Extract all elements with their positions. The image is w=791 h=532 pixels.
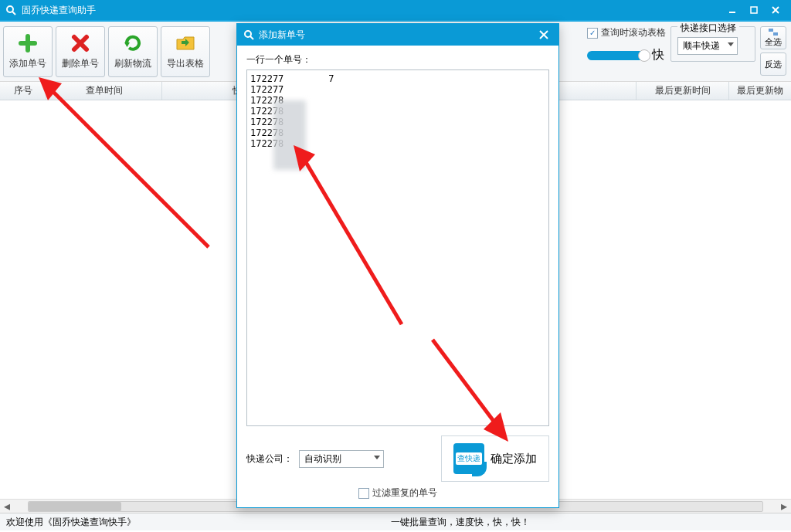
refresh-button[interactable]: 刷新物流 bbox=[108, 26, 158, 77]
svg-marker-10 bbox=[124, 42, 130, 47]
title-bar: 固乔快递查询助手 bbox=[0, 0, 791, 22]
svg-rect-3 bbox=[751, 7, 757, 13]
filter-duplicate-checkbox[interactable]: 过滤重复的单号 bbox=[358, 486, 437, 500]
company-label: 快递公司： bbox=[246, 452, 293, 466]
export-label: 导出表格 bbox=[167, 57, 204, 70]
add-label: 添加单号 bbox=[9, 57, 46, 70]
status-center: 一键批量查询，速度快，快，快！ bbox=[136, 516, 785, 529]
toolbar-right: 查询时滚动表格 快 快递接口选择 顺丰快递 全选 反选 bbox=[587, 26, 786, 76]
col-lastupdate[interactable]: 最后更新时间 bbox=[637, 82, 729, 100]
x-icon bbox=[70, 32, 91, 54]
select-all-label: 全选 bbox=[765, 36, 782, 48]
app-icon bbox=[5, 4, 17, 16]
scroll-checkbox-label: 查询时滚动表格 bbox=[601, 26, 666, 39]
speed-slider[interactable] bbox=[587, 51, 649, 60]
svg-line-1 bbox=[12, 12, 15, 15]
scroll-right-arrow[interactable]: ▸ bbox=[777, 500, 791, 513]
col-lastinfo[interactable]: 最后更新物 bbox=[729, 82, 791, 100]
interface-legend: 快递接口选择 bbox=[677, 22, 739, 35]
app-title: 固乔快递查询助手 bbox=[22, 4, 721, 17]
add-tracking-dialog: 添加新单号 一行一个单号： 快递公司： 自动识别 查快递 确定添加 过滤重复的单… bbox=[236, 23, 559, 508]
dialog-close-button[interactable] bbox=[535, 26, 552, 43]
dialog-titlebar: 添加新单号 bbox=[237, 24, 558, 46]
slider-knob[interactable] bbox=[638, 49, 650, 62]
svg-point-0 bbox=[7, 6, 13, 12]
plus-icon bbox=[17, 32, 39, 54]
add-tracking-button[interactable]: 添加单号 bbox=[3, 26, 53, 77]
delete-label: 删除单号 bbox=[62, 57, 99, 70]
company-select[interactable]: 自动识别 bbox=[299, 450, 384, 468]
svg-rect-13 bbox=[773, 32, 778, 36]
interface-select[interactable]: 顺丰快递 bbox=[677, 37, 738, 55]
col-index[interactable]: 序号 bbox=[0, 82, 46, 100]
confirm-add-button[interactable]: 查快递 确定添加 bbox=[441, 435, 549, 482]
invert-select-label: 反选 bbox=[765, 59, 782, 70]
confirm-label: 确定添加 bbox=[491, 452, 537, 466]
interface-select-group: 快递接口选择 顺丰快递 bbox=[670, 26, 755, 62]
dialog-body: 一行一个单号： 快递公司： 自动识别 查快递 确定添加 过滤重复的单号 bbox=[237, 46, 558, 507]
line-label: 一行一个单号： bbox=[246, 53, 549, 66]
filter-checkbox-label: 过滤重复的单号 bbox=[372, 486, 437, 500]
svg-line-15 bbox=[250, 36, 253, 39]
interface-value: 顺丰快递 bbox=[683, 40, 720, 51]
status-bar: 欢迎使用《固乔快递查询快手》 一键批量查询，速度快，快，快！ bbox=[0, 513, 791, 530]
svg-rect-12 bbox=[769, 29, 773, 32]
close-button[interactable] bbox=[765, 2, 786, 18]
svg-line-5 bbox=[772, 7, 779, 13]
dialog-title: 添加新单号 bbox=[259, 29, 535, 42]
delete-tracking-button[interactable]: 删除单号 bbox=[56, 26, 105, 77]
company-value: 自动识别 bbox=[304, 453, 341, 464]
refresh-label: 刷新物流 bbox=[114, 57, 151, 70]
refresh-icon bbox=[122, 32, 144, 54]
scroll-left-arrow[interactable]: ◂ bbox=[0, 500, 14, 513]
select-all-icon bbox=[769, 29, 778, 36]
export-button[interactable]: 导出表格 bbox=[161, 26, 210, 77]
checkbox-icon bbox=[587, 28, 598, 39]
search-express-icon: 查快递 bbox=[453, 443, 484, 474]
svg-line-4 bbox=[772, 7, 779, 13]
maximize-button[interactable] bbox=[743, 2, 765, 18]
invert-select-button[interactable]: 反选 bbox=[760, 53, 786, 76]
checkbox-icon bbox=[358, 488, 369, 499]
status-left: 欢迎使用《固乔快递查询快手》 bbox=[6, 516, 136, 529]
svg-point-14 bbox=[245, 31, 251, 37]
dialog-app-icon bbox=[243, 29, 254, 40]
select-all-button[interactable]: 全选 bbox=[760, 26, 786, 49]
col-time[interactable]: 查单时间 bbox=[46, 82, 162, 100]
tracking-textarea[interactable] bbox=[246, 69, 549, 426]
speed-slider-row: 快 bbox=[587, 47, 666, 63]
scroll-thumb[interactable] bbox=[29, 502, 121, 511]
minimize-button[interactable] bbox=[721, 2, 743, 18]
fast-label: 快 bbox=[652, 47, 664, 63]
scroll-on-query-checkbox[interactable]: 查询时滚动表格 bbox=[587, 26, 666, 39]
folder-export-icon bbox=[175, 32, 196, 54]
